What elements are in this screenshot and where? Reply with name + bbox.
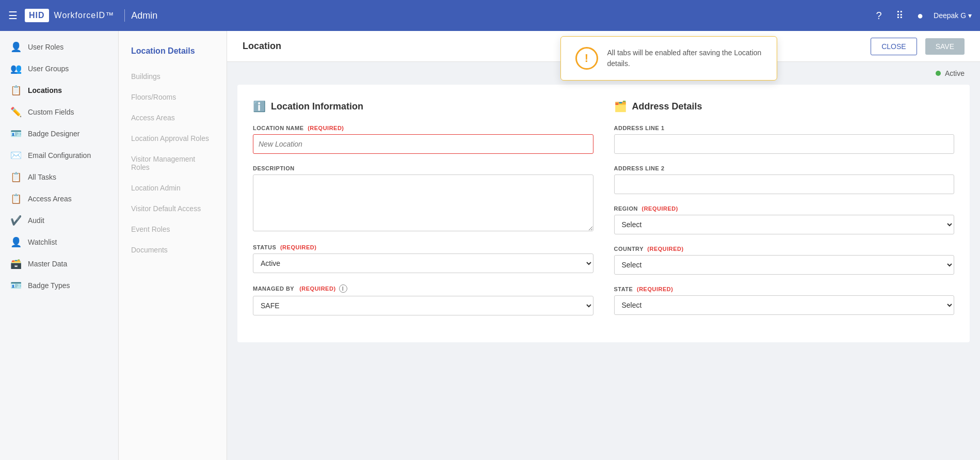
- nav-divider: [124, 9, 125, 22]
- user-avatar-icon[interactable]: ●: [911, 6, 929, 25]
- description-label: DESCRIPTION: [253, 165, 593, 171]
- sidebar-item-master-data[interactable]: 🗃️ Master Data: [0, 253, 118, 275]
- save-button[interactable]: SAVE: [925, 38, 965, 55]
- location-name-group: LOCATION NAME (Required): [253, 125, 593, 154]
- subnav-location-admin[interactable]: Location Admin: [119, 178, 227, 198]
- address-line1-input[interactable]: [614, 134, 955, 154]
- subnav-documents[interactable]: Documents: [119, 240, 227, 260]
- region-select[interactable]: Select: [614, 215, 955, 234]
- brand-name: WorkforceID™: [54, 11, 115, 20]
- sub-nav: Location Details Buildings Floors/Rooms …: [119, 31, 227, 460]
- subnav-visitor-management-roles[interactable]: Visitor Management Roles: [119, 149, 227, 178]
- address-line2-label: ADDRESS LINE 2: [614, 165, 955, 171]
- country-required: (Required): [647, 246, 683, 252]
- sidebar-item-email-configuration[interactable]: ✉️ Email Configuration: [0, 145, 118, 166]
- status-group: STATUS (Required) Active Inactive: [253, 244, 593, 273]
- locations-icon: 📋: [10, 85, 22, 96]
- location-info-header: ℹ️ Location Information: [253, 100, 593, 113]
- region-group: REGION (Required) Select: [614, 205, 955, 234]
- sidebar-item-badge-types[interactable]: 🪪 Badge Types: [0, 275, 118, 296]
- address-details-header: 🗂️ Address Details: [614, 100, 955, 113]
- user-name[interactable]: Deepak G ▾: [934, 11, 972, 20]
- subnav-buildings[interactable]: Buildings: [119, 66, 227, 87]
- subnav-location-approval-roles[interactable]: Location Approval Roles: [119, 128, 227, 149]
- location-info-icon: ℹ️: [253, 100, 266, 113]
- user-roles-icon: 👤: [10, 41, 22, 53]
- managed-by-required: (Required): [299, 285, 335, 292]
- sidebar-label-custom-fields: Custom Fields: [28, 108, 74, 116]
- custom-fields-icon: ✏️: [10, 106, 22, 118]
- subnav-floors-rooms[interactable]: Floors/Rooms: [119, 87, 227, 107]
- subnav-visitor-default-access[interactable]: Visitor Default Access: [119, 198, 227, 219]
- country-group: COUNTRY (Required) Select: [614, 246, 955, 275]
- sidebar-item-user-groups[interactable]: 👥 User Groups: [0, 58, 118, 80]
- address-line2-input[interactable]: [614, 175, 955, 194]
- sidebar-label-badge-designer: Badge Designer: [28, 130, 79, 138]
- email-config-icon: ✉️: [10, 150, 22, 161]
- sidebar-item-custom-fields[interactable]: ✏️ Custom Fields: [0, 101, 118, 123]
- sidebar-label-watchlist: Watchlist: [28, 238, 57, 246]
- alert-text: All tabs will be enabled after saving th…: [607, 47, 762, 69]
- sidebar-item-all-tasks[interactable]: 📋 All Tasks: [0, 166, 118, 188]
- page-section-label: Location: [243, 41, 281, 52]
- badge-types-icon: 🪪: [10, 280, 22, 291]
- sidebar-label-audit: Audit: [28, 216, 44, 225]
- sidebar-item-watchlist[interactable]: 👤 Watchlist: [0, 231, 118, 253]
- address-line1-label: ADDRESS LINE 1: [614, 125, 955, 131]
- status-select[interactable]: Active Inactive: [253, 253, 593, 273]
- status-required: (Required): [280, 244, 316, 250]
- description-input[interactable]: [253, 175, 593, 231]
- all-tasks-icon: 📋: [10, 171, 22, 183]
- status-label: Active: [945, 69, 965, 77]
- address-line2-group: ADDRESS LINE 2: [614, 165, 955, 194]
- close-button[interactable]: CLOSE: [871, 38, 917, 55]
- sidebar-label-all-tasks: All Tasks: [28, 173, 56, 181]
- top-nav: ☰ HID WorkforceID™ Admin ? ⠿ ● Deepak G …: [0, 0, 980, 31]
- main-content: Location ! All tabs will be enabled afte…: [227, 31, 980, 460]
- user-groups-icon: 👥: [10, 63, 22, 74]
- active-status-dot: [936, 71, 941, 76]
- state-group: STATE (Required) Select: [614, 286, 955, 315]
- location-name-label: LOCATION NAME (Required): [253, 125, 593, 131]
- sidebar-label-access-areas: Access Areas: [28, 195, 72, 203]
- badge-designer-icon: 🪪: [10, 128, 22, 139]
- sidebar: 👤 User Roles 👥 User Groups 📋 Locations ✏…: [0, 31, 119, 460]
- region-label: REGION (Required): [614, 205, 955, 212]
- location-name-input[interactable]: [253, 134, 593, 154]
- content-header: Location ! All tabs will be enabled afte…: [227, 31, 980, 62]
- hamburger-icon[interactable]: ☰: [8, 9, 18, 22]
- state-select[interactable]: Select: [614, 295, 955, 315]
- admin-label: Admin: [131, 10, 157, 21]
- sidebar-item-access-areas[interactable]: 📋 Access Areas: [0, 188, 118, 210]
- region-required: (Required): [641, 205, 678, 212]
- address-details-icon: 🗂️: [614, 100, 627, 113]
- form-area: ℹ️ Location Information LOCATION NAME (R…: [237, 85, 970, 342]
- description-group: DESCRIPTION: [253, 165, 593, 233]
- managed-by-info-icon[interactable]: i: [339, 284, 347, 293]
- address-line1-group: ADDRESS LINE 1: [614, 125, 955, 154]
- master-data-icon: 🗃️: [10, 258, 22, 269]
- managed-by-select[interactable]: SAFE: [253, 296, 593, 315]
- address-details-section: 🗂️ Address Details ADDRESS LINE 1 ADDRES…: [614, 100, 955, 327]
- state-required: (Required): [637, 286, 673, 292]
- audit-icon: ✔️: [10, 215, 22, 226]
- location-info-title: Location Information: [271, 101, 363, 112]
- help-icon[interactable]: ?: [870, 6, 888, 25]
- sidebar-item-locations[interactable]: 📋 Locations: [0, 80, 118, 101]
- sidebar-label-master-data: Master Data: [28, 260, 67, 268]
- country-select[interactable]: Select: [614, 255, 955, 275]
- sidebar-item-user-roles[interactable]: 👤 User Roles: [0, 36, 118, 58]
- access-areas-icon: 📋: [10, 193, 22, 204]
- state-label: STATE (Required): [614, 286, 955, 292]
- alert-exclamation: !: [585, 53, 588, 64]
- grid-icon[interactable]: ⠿: [890, 6, 909, 25]
- watchlist-icon: 👤: [10, 236, 22, 248]
- sidebar-label-locations: Locations: [28, 86, 62, 94]
- address-details-title: Address Details: [632, 101, 702, 112]
- sidebar-item-badge-designer[interactable]: 🪪 Badge Designer: [0, 123, 118, 145]
- sidebar-label-badge-types: Badge Types: [28, 281, 70, 290]
- subnav-event-roles[interactable]: Event Roles: [119, 219, 227, 240]
- subnav-access-areas[interactable]: Access Areas: [119, 107, 227, 128]
- alert-icon: !: [575, 47, 598, 70]
- sidebar-item-audit[interactable]: ✔️ Audit: [0, 210, 118, 231]
